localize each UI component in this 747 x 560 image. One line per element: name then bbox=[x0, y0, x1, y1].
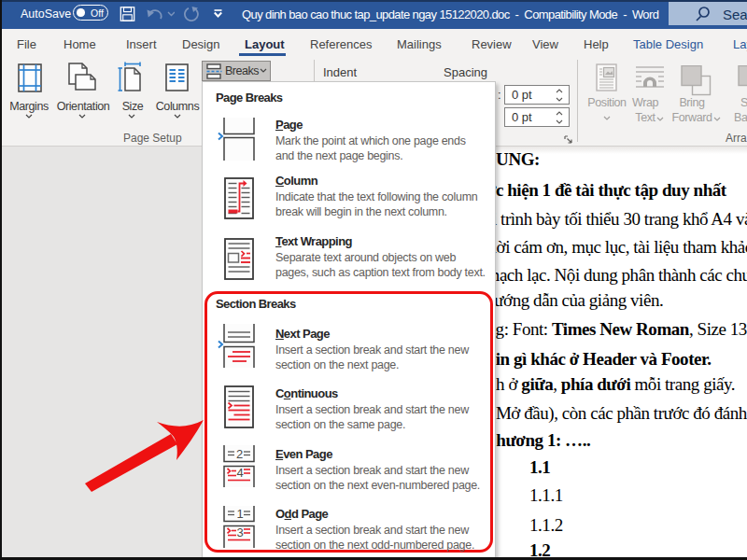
svg-text:1: 1 bbox=[237, 507, 244, 521]
svg-text:3: 3 bbox=[237, 525, 244, 539]
svg-text:2: 2 bbox=[236, 447, 243, 461]
svg-text:4: 4 bbox=[237, 466, 244, 480]
